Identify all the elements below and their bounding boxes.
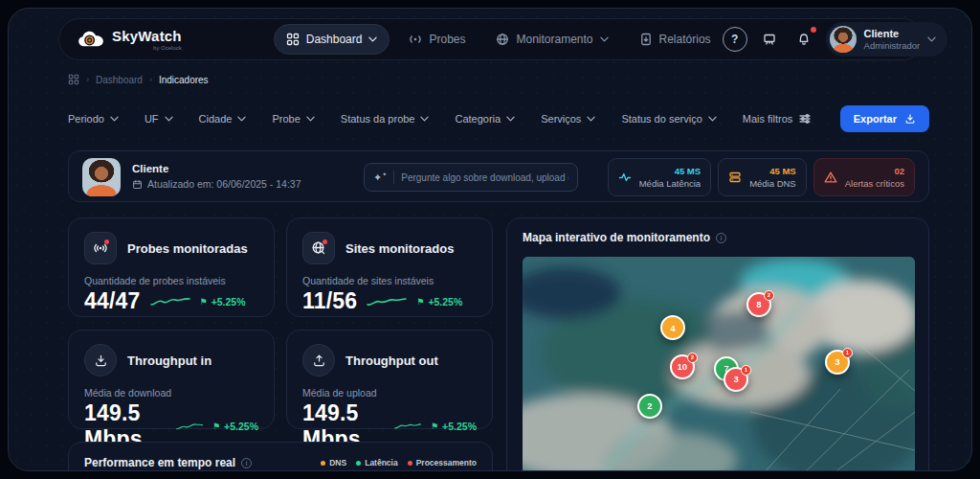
- kpi-value: 02: [894, 165, 904, 177]
- filter-cidade[interactable]: Cidade: [199, 113, 247, 125]
- map-marker[interactable]: 82: [746, 292, 771, 317]
- client-name: Cliente: [132, 161, 301, 177]
- card-mapa-monitoramento: Mapa interativo de monitoramento i: [506, 217, 929, 471]
- sparkline: [367, 295, 407, 308]
- map-marker[interactable]: 31: [825, 350, 850, 375]
- nav-item-probes[interactable]: Probes: [397, 25, 477, 54]
- legend-dot: [408, 461, 412, 466]
- kpi-alertas-criticos[interactable]: 02 Alertas críticos: [813, 158, 915, 196]
- map-title: Mapa interativo de monitoramento: [523, 231, 710, 244]
- card-subtitle: Média de download: [84, 387, 258, 399]
- card-subtitle: Média de upload: [302, 387, 477, 399]
- user-avatar: [830, 26, 857, 53]
- presentation-button[interactable]: [757, 27, 782, 52]
- kpi-badges: 45 MS Média Latência 45 MS Média DNS: [608, 158, 915, 196]
- kpi-media-latencia[interactable]: 45 MS Média Latência: [608, 158, 711, 196]
- breadcrumb-dashboard[interactable]: Dashboard: [96, 75, 143, 85]
- flag-icon: ⚑: [212, 422, 220, 431]
- nav-item-monitoramento[interactable]: Monitoramento: [484, 25, 619, 54]
- marker-alert-badge: 2: [687, 353, 698, 363]
- marker-alert-badge: 2: [764, 290, 774, 301]
- card-title: Probes monitoradas: [127, 241, 248, 256]
- brand-name: SkyWatch: [112, 29, 182, 43]
- chevron-down-icon: [306, 116, 315, 122]
- user-name: Cliente: [864, 28, 921, 40]
- app-window: SkyWatch by Ocelock Dashboard: [0, 0, 980, 479]
- legend-latencia: Latência: [356, 458, 398, 468]
- delta-badge: ⚑+5.25%: [416, 296, 462, 308]
- nav-item-relatorios[interactable]: Relatórios: [628, 25, 723, 54]
- card-throughput-out: Throughput out Média de upload 149.5 Mbp…: [286, 330, 493, 429]
- breadcrumb-separator: ›: [149, 75, 152, 84]
- sparkline: [150, 295, 190, 308]
- notifications-button[interactable]: [791, 27, 816, 52]
- kpi-value: 45 MS: [769, 165, 795, 177]
- info-icon[interactable]: i: [716, 233, 726, 243]
- map-marker[interactable]: 2: [637, 394, 662, 419]
- map-marker[interactable]: 31: [724, 367, 748, 392]
- sparkline: [176, 420, 204, 433]
- sparkline: [394, 420, 422, 433]
- export-button[interactable]: Exportar: [840, 105, 929, 132]
- brand-byline: by Ocelock: [112, 45, 182, 51]
- alert-dot: [104, 240, 109, 244]
- marker-count: 3: [733, 374, 738, 384]
- chevron-down-icon: [927, 36, 936, 42]
- filter-servicos[interactable]: Serviços: [541, 113, 595, 125]
- app-container: SkyWatch by Ocelock Dashboard: [8, 8, 972, 471]
- nav-label: Dashboard: [306, 33, 363, 46]
- upload-tray-icon: [302, 344, 335, 376]
- filter-categoria[interactable]: Categoria: [455, 113, 515, 125]
- performance-legend: DNS Latência Processamento: [321, 458, 477, 468]
- card-subtitle: Quantidade de sites instáveis: [302, 275, 477, 286]
- sliders-icon: [798, 112, 812, 125]
- nav-item-dashboard[interactable]: Dashboard: [274, 24, 390, 55]
- nav-label: Probes: [429, 33, 465, 46]
- card-title: Sites monitorados: [345, 241, 454, 256]
- client-summary-bar: Cliente Atualizado em: 06/06/2025 - 14:3…: [68, 150, 929, 202]
- dns-server-icon: [728, 171, 742, 184]
- ai-question-input[interactable]: [401, 172, 568, 183]
- marker-count: 8: [756, 299, 761, 309]
- filter-bar: Periodo UF Cidade Probe Status da probe …: [68, 104, 929, 133]
- filter-periodo[interactable]: Periodo: [68, 113, 119, 125]
- chevron-down-icon: [420, 116, 429, 122]
- card-sites-monitorados: Sites monitorados Quantidade de sites in…: [286, 217, 493, 317]
- notification-dot: [811, 27, 816, 33]
- marker-count: 4: [670, 323, 675, 333]
- filter-uf[interactable]: UF: [145, 113, 173, 125]
- filter-probe[interactable]: Probe: [272, 113, 314, 125]
- legend-dot: [321, 461, 325, 466]
- ai-ask-box: ✦✦: [364, 163, 578, 192]
- filter-status-do-servico[interactable]: Status do serviço: [621, 113, 716, 125]
- user-menu[interactable]: Cliente Administrador: [826, 22, 948, 57]
- map-marker[interactable]: 4: [660, 315, 685, 340]
- bell-icon: [797, 33, 811, 46]
- kpi-value: 45 MS: [675, 165, 701, 177]
- performance-title: Performance em tempo real: [84, 456, 235, 469]
- warning-triangle-icon: [824, 171, 837, 184]
- more-filters-button[interactable]: Mais filtros: [743, 112, 813, 125]
- alert-dot: [323, 240, 327, 244]
- kpi-label: Média DNS: [749, 177, 796, 190]
- map-marker[interactable]: 102: [670, 354, 695, 379]
- kpi-label: Alertas críticos: [845, 177, 904, 190]
- latency-pulse-icon: [618, 171, 632, 184]
- flag-icon: ⚑: [200, 297, 208, 307]
- kpi-media-dns[interactable]: 45 MS Média DNS: [718, 158, 807, 196]
- cloud-camera-logo-icon: [77, 29, 105, 50]
- divider: [393, 171, 394, 184]
- kpi-label: Média Latência: [639, 177, 701, 190]
- globe-search-icon: [302, 232, 335, 264]
- chevron-down-icon: [237, 116, 246, 122]
- marker-count: 10: [678, 361, 688, 372]
- marker-alert-badge: 1: [741, 365, 751, 376]
- info-icon[interactable]: i: [241, 458, 252, 468]
- filter-status-da-probe[interactable]: Status da probe: [341, 113, 430, 125]
- help-button[interactable]: ?: [723, 27, 747, 52]
- card-subtitle: Quantidade de probes instáveis: [84, 275, 258, 286]
- map-canvas[interactable]: 824102731312: [523, 257, 915, 471]
- nav-label: Monitoramento: [516, 33, 592, 46]
- card-value: 11/56: [302, 288, 357, 314]
- flag-icon: ⚑: [416, 297, 424, 307]
